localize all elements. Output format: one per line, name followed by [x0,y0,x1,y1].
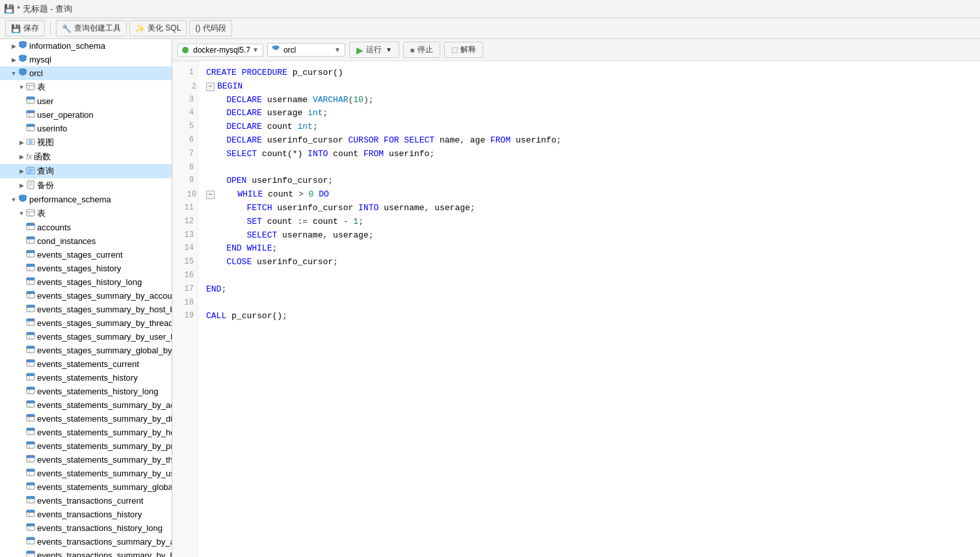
token-op: ; [221,283,226,297]
sidebar-item-tables-group[interactable]: ▼ 表 [0,80,172,94]
sidebar-item-events_statements_current[interactable]: events_statements_current [0,357,172,371]
token-ident: count [313,215,338,229]
collapse-arrow-functions: ▶ [18,154,25,160]
line-number-16: 16 [172,269,198,283]
svg-rect-30 [27,210,34,216]
svg-rect-98 [27,442,34,444]
sidebar-item-user-table[interactable]: user [0,94,172,108]
sidebar-item-events_stages_summary_global_by[interactable]: events_stages_summary_global_by [0,344,172,357]
sidebar-item-views-group[interactable]: ▶ 视图 [0,135,172,150]
sidebar-item-events_transactions_history_long[interactable]: events_transactions_history_long [0,521,172,535]
stop-button[interactable]: ■ 停止 [403,42,440,58]
sidebar-item-events_statements_summary_by_th[interactable]: events_statements_summary_by_th [0,453,172,467]
code-content[interactable]: CREATE PROCEDURE p_cursor()−BEGIN DECLAR… [198,61,980,557]
sidebar-item-events_stages_current[interactable]: events_stages_current [0,248,172,262]
sidebar-label-views: 视图 [37,137,54,148]
sidebar-item-queries-group[interactable]: ▶ 查询 [0,164,172,178]
token-op: ; [429,148,434,161]
view-icon [26,137,35,148]
sidebar-item-events_transactions_current[interactable]: events_transactions_current [0,494,172,508]
sidebar-item-cond_instances[interactable]: cond_instances [0,234,172,248]
sidebar-item-events_stages_history_long[interactable]: events_stages_history_long [0,275,172,289]
token-ident: userage [434,202,470,215]
explain-button[interactable]: ⬚ 解释 [444,42,483,58]
table-icon [26,304,35,315]
sidebar-item-events_stages_summary_by_user_b[interactable]: events_stages_summary_by_user_b [0,330,172,344]
save-label: 保存 [23,23,39,34]
collapse-arrow-views: ▶ [18,139,25,146]
line-number-17: 17 [172,283,198,297]
database-select[interactable]: orcl ▼ [267,43,345,57]
sidebar-item-performance-schema[interactable]: ▼ performance_schema [0,193,172,206]
token-ident: userage [267,107,303,120]
token-ident: count [267,215,293,229]
token-op: ; [282,310,287,323]
code-line-9: OPEN userinfo_cursor; [206,174,972,188]
token-kw: DECLARE [226,94,262,107]
sidebar[interactable]: ▶ information_schema ▶ mysql ▼ orcl ▼ [0,39,172,557]
code-line-1: CREATE PROCEDURE p_cursor() [206,66,972,80]
sidebar-item-mysql[interactable]: ▶ mysql [0,53,172,66]
svg-rect-94 [27,428,34,431]
sidebar-item-events_statements_summary_by_di[interactable]: events_statements_summary_by_di [0,412,172,426]
code-editor[interactable]: 12345678910111213141516171819 CREATE PRO… [172,61,980,557]
table-icon [26,236,35,247]
editor-area: docker-mysql5.7 ▼ orcl ▼ ▶ 运行 ▼ ■ 停止 ⬚ [172,39,980,557]
tab-title: * 无标题 - 查询 [17,3,72,15]
sidebar-item-events_statements_history[interactable]: events_statements_history [0,371,172,385]
collapse-marker-10[interactable]: − [206,191,215,199]
sidebar-item-events_stages_history[interactable]: events_stages_history [0,262,172,275]
token-op: , [460,134,465,148]
query-builder-button[interactable]: 🔧 查询创建工具 [56,20,127,36]
sidebar-item-functions-group[interactable]: ▶ fx 函数 [0,150,172,164]
table-icon [26,468,35,479]
connection-select[interactable]: docker-mysql5.7 ▼ [178,44,263,57]
table-icon [26,550,35,557]
svg-rect-34 [27,223,34,226]
token-op: ; [313,120,318,134]
save-button[interactable]: 💾 保存 [5,20,45,36]
sidebar-item-events_statements_history_long[interactable]: events_statements_history_long [0,385,172,398]
line-numbers: 12345678910111213141516171819 [172,61,198,557]
svg-rect-62 [27,319,34,321]
stop-label: 停止 [417,44,433,55]
sidebar-item-tables-group2[interactable]: ▼ 表 [0,206,172,221]
token-op: := [297,215,308,229]
sidebar-item-information-schema[interactable]: ▶ information_schema [0,39,172,53]
sidebar-label-performance-schema: performance_schema [29,195,111,204]
sidebar-item-events_stages_summary_by_thread[interactable]: events_stages_summary_by_thread [0,316,172,330]
beautify-button[interactable]: ✨ 美化 SQL [129,20,187,36]
performance-tables-list: accountscond_instancesevents_stages_curr… [0,221,172,557]
token-kw: FROM [490,134,510,148]
sidebar-item-events_statements_summary_by_pr[interactable]: events_statements_summary_by_pr [0,439,172,453]
sidebar-item-events_statements_summary_by_ac[interactable]: events_statements_summary_by_ac [0,398,172,412]
run-button[interactable]: ▶ 运行 ▼ [349,42,399,58]
sidebar-item-userinfo-table[interactable]: userinfo [0,122,172,135]
sidebar-item-events_statements_summary_globa[interactable]: events_statements_summary_globa [0,480,172,494]
sidebar-item-events_statements_summary_by_us[interactable]: events_statements_summary_by_us [0,467,172,480]
sidebar-item-events_transactions_summary_by_h[interactable]: events_transactions_summary_by_h [0,549,172,557]
sidebar-item-events_stages_summary_by_host_b[interactable]: events_stages_summary_by_host_b [0,303,172,316]
sidebar-item-events_transactions_summary_by_a[interactable]: events_transactions_summary_by_a [0,535,172,549]
table-icon [26,123,35,134]
sidebar-item-orcl[interactable]: ▼ orcl [0,66,172,80]
code-snippet-label: () 代码段 [195,23,226,34]
sidebar-item-user-operation-table[interactable]: user_operation [0,108,172,122]
sidebar-item-events_stages_summary_by_accou[interactable]: events_stages_summary_by_accou [0,289,172,303]
sidebar-item-accounts[interactable]: accounts [0,221,172,234]
token-ident: userinfo_cursor [277,202,353,215]
sidebar-item-backup-group[interactable]: ▶ 备份 [0,178,172,193]
collapse-marker-2[interactable]: − [206,83,215,91]
database-name: orcl [284,46,296,55]
code-snippet-button[interactable]: () 代码段 [189,20,232,36]
table-icon [26,523,35,534]
sidebar-item-events_transactions_history[interactable]: events_transactions_history [0,508,172,521]
token-kw: FOR [384,134,399,148]
token-kw: OPEN [226,174,246,188]
token-ident: userinfo_cursor [257,256,333,269]
code-line-6: DECLARE userinfo_cursor CURSOR FOR SELEC… [206,134,972,148]
table-icon [26,263,35,274]
token-kw: CURSOR [348,134,378,148]
token-ident: p_cursor() [232,310,282,323]
sidebar-item-events_statements_summary_by_ho[interactable]: events_statements_summary_by_ho [0,426,172,439]
